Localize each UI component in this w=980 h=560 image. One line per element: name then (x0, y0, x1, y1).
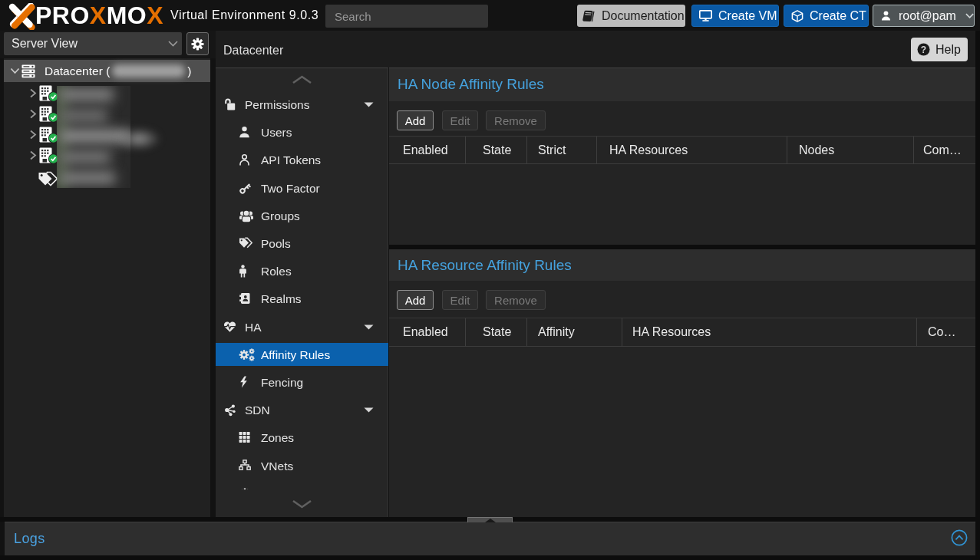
svg-text:?: ? (921, 44, 926, 55)
